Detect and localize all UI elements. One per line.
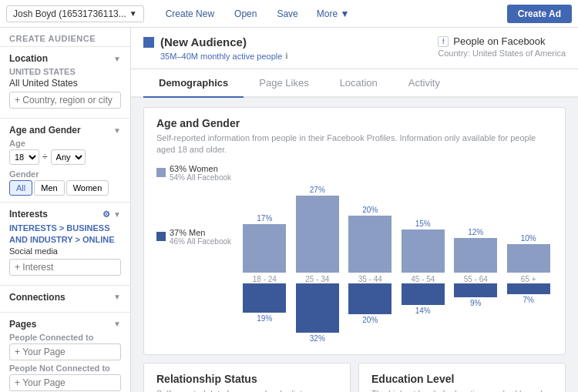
women-bar-group: 17%18 - 24 (240, 164, 288, 283)
create-ad-button[interactable]: Create Ad (507, 5, 572, 23)
connections-chevron-icon: ▼ (113, 293, 121, 301)
facebook-badge: f People on Facebook (438, 35, 566, 47)
men-bar-group: 14% (399, 283, 447, 315)
relationship-desc: Self-reported data from people who list … (156, 388, 338, 392)
age-gender-chevron-icon: ▼ (113, 126, 121, 135)
education-card: Education Level The highest level of edu… (358, 363, 566, 392)
audience-color-block (143, 37, 154, 48)
not-connected-label: People Not Connected to (9, 364, 121, 373)
women-bar-group: 15%45 - 54 (399, 164, 447, 283)
men-legend: 37% Men 46% All Facebook (156, 228, 231, 246)
age-row: 18 ÷ Any (9, 149, 121, 165)
sidebar: CREATE AUDIENCE Location ▼ UNITED STATES… (0, 28, 131, 392)
interests-path: INTERESTS > BUSINESS AND INDUSTRY > ONLI… (9, 223, 121, 246)
age-min-select[interactable]: 18 (9, 149, 39, 165)
open-button[interactable]: Open (225, 5, 266, 22)
account-selector[interactable]: Josh Boyd (16531736113... ▼ (6, 5, 144, 22)
men-bars-row: 19%32%20%14%9%7% (240, 283, 553, 345)
women-bar-group: 12%55 - 64 (452, 164, 499, 283)
interests-chevron-icon: ▼ (113, 210, 121, 219)
women-bar-group: 10%65 + (504, 164, 552, 283)
account-name: Josh Boyd (16531736113... (13, 8, 126, 19)
create-new-button[interactable]: Create New (156, 5, 223, 22)
info-icon[interactable]: ℹ (285, 52, 288, 60)
men-bar-group: 20% (346, 283, 394, 324)
interests-header[interactable]: Interests ⚙ ▼ (9, 209, 121, 219)
age-label: Age (9, 139, 121, 148)
men-bar-group: 7% (504, 283, 552, 304)
more-button[interactable]: More ▼ (309, 5, 358, 22)
interests-sub: Social media (9, 246, 121, 256)
tabs-bar: Demographics Page Likes Location Activit… (131, 69, 578, 98)
location-header[interactable]: Location ▼ (9, 53, 121, 64)
sidebar-interests-section: Interests ⚙ ▼ INTERESTS > BUSINESS AND I… (0, 202, 130, 285)
audience-left: (New Audience) 35M–40M monthly active pe… (143, 35, 288, 61)
connected-to-input[interactable] (9, 343, 121, 360)
tab-location[interactable]: Location (324, 69, 393, 98)
women-bars-row: 17%18 - 2427%25 - 3420%35 - 4415%45 - 54… (240, 164, 553, 283)
audience-size: 35M–40M monthly active people (160, 52, 282, 61)
country-input[interactable] (9, 92, 121, 109)
connected-to-label: People Connected to (9, 333, 121, 342)
women-pct: 63% Women (170, 164, 231, 173)
main-layout: CREATE AUDIENCE Location ▼ UNITED STATES… (0, 28, 578, 392)
education-title: Education Level (371, 373, 553, 385)
sidebar-location-section: Location ▼ UNITED STATES All United Stat… (0, 46, 130, 118)
men-bar-group: 32% (294, 283, 341, 343)
bar-chart-container: 63% Women 54% All Facebook 37% Men 46% A… (156, 164, 553, 345)
top-bar-actions: Create New Open Save More ▼ (156, 5, 358, 22)
men-sub: 46% All Facebook (170, 237, 231, 246)
women-bar-group: 27%25 - 34 (294, 164, 341, 283)
women-legend: 63% Women 54% All Facebook (156, 164, 231, 182)
women-bar-group: 20%35 - 44 (346, 164, 394, 283)
age-gender-header[interactable]: Age and Gender ▼ (9, 125, 121, 136)
not-connected-input[interactable] (9, 374, 121, 391)
chart-legend: 63% Women 54% All Facebook 37% Men 46% A… (156, 164, 231, 345)
account-chevron-icon: ▼ (129, 9, 137, 18)
audience-title: (New Audience) (160, 35, 247, 49)
two-col: Relationship Status Self-reported data f… (143, 363, 566, 392)
age-gender-title: Age and Gender (156, 117, 553, 129)
pages-header[interactable]: Pages ▼ (9, 319, 121, 330)
age-chart: 17%18 - 2427%25 - 3420%35 - 4415%45 - 54… (240, 164, 553, 345)
charts-area: Age and Gender Self-reported information… (131, 98, 578, 392)
gender-btn-group: All Men Women (9, 180, 121, 196)
women-color (156, 168, 166, 177)
audience-right: f People on Facebook Country: United Sta… (438, 35, 566, 58)
save-button[interactable]: Save (267, 5, 307, 22)
facebook-label: People on Facebook (453, 35, 545, 47)
tab-activity[interactable]: Activity (393, 69, 455, 98)
facebook-icon: f (438, 36, 449, 47)
tab-page-likes[interactable]: Page Likes (244, 69, 324, 98)
men-pct: 37% Men (170, 228, 231, 237)
gender-label: Gender (9, 169, 121, 179)
sidebar-age-gender-section: Age and Gender ▼ Age 18 ÷ Any Gender All… (0, 118, 130, 202)
interests-gear-icon[interactable]: ⚙ (102, 209, 110, 219)
age-gender-card: Age and Gender Self-reported information… (143, 107, 566, 355)
gender-all-button[interactable]: All (9, 180, 32, 196)
men-color (156, 232, 166, 241)
relationship-title: Relationship Status (156, 373, 338, 385)
men-bar-group: 9% (452, 283, 499, 307)
age-gender-desc: Self-reported information from people in… (156, 132, 553, 156)
sidebar-pages-section: Pages ▼ People Connected to People Not C… (0, 312, 130, 392)
age-max-select[interactable]: Any (51, 149, 86, 165)
audience-title-row: (New Audience) (143, 35, 288, 49)
pages-chevron-icon: ▼ (113, 320, 121, 328)
women-sub: 54% All Facebook (170, 173, 231, 182)
men-bar-group: 19% (240, 283, 288, 323)
tab-demographics[interactable]: Demographics (143, 69, 244, 98)
content-area: (New Audience) 35M–40M monthly active pe… (131, 28, 578, 392)
facebook-country: Country: United States of America (438, 49, 566, 58)
top-bar: Josh Boyd (16531736113... ▼ Create New O… (0, 0, 578, 28)
interests-input[interactable] (9, 259, 121, 276)
gender-men-button[interactable]: Men (34, 180, 64, 196)
gender-women-button[interactable]: Women (66, 180, 109, 196)
connections-header[interactable]: Connections ▼ (9, 292, 121, 303)
education-desc: The highest level of education reached b… (371, 388, 553, 392)
sidebar-connections-section: Connections ▼ (0, 285, 130, 312)
relationship-card: Relationship Status Self-reported data f… (143, 363, 351, 392)
sidebar-title: CREATE AUDIENCE (0, 28, 130, 46)
country-label: UNITED STATES (9, 67, 121, 76)
more-chevron-icon: ▼ (340, 8, 349, 19)
